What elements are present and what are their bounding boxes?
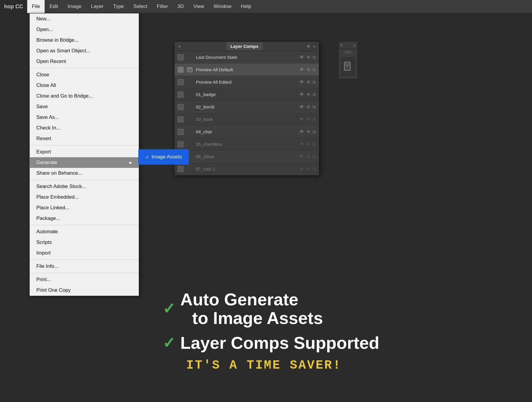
menu-item-save-as[interactable]: Save As... — [30, 112, 139, 123]
menu-image[interactable]: Image — [63, 0, 86, 13]
comp-eye-icon[interactable]: 👁 — [299, 154, 304, 159]
right-panel-header: × » — [339, 42, 357, 49]
comp-move-icon[interactable]: ✛ — [306, 116, 310, 122]
menu-view[interactable]: View — [189, 0, 209, 13]
generate-submenu: ✓ Image Assets — [138, 149, 189, 165]
comp-move-icon[interactable]: ✛ — [306, 141, 310, 147]
comp-icon-chat — [186, 129, 193, 135]
comp-checkbox-checkbox[interactable] — [178, 141, 184, 147]
comp-name-last-doc: Last Document State — [196, 55, 299, 60]
menu-item-open-recent[interactable]: Open Recent — [30, 56, 139, 67]
menu-item-check-in[interactable]: Check In... — [30, 123, 139, 133]
comp-eye-icon[interactable]: 👁 — [299, 67, 304, 72]
comp-checkbox-preview-edited[interactable] — [178, 79, 184, 85]
layer-comp-row: 02_bomb 👁 ✛ fx — [175, 101, 319, 113]
generate-label: Generate — [36, 160, 57, 166]
panel-close-button[interactable]: × — [177, 43, 182, 50]
comp-eye-icon[interactable]: 👁 — [299, 129, 304, 134]
menu-item-close-all[interactable]: Close All — [30, 80, 139, 91]
comp-eye-icon[interactable]: 👁 — [299, 80, 304, 85]
comp-controls-bomb: 👁 ✛ fx — [299, 104, 316, 110]
comp-move-icon[interactable]: ✛ — [306, 129, 310, 134]
menu-item-export[interactable]: Export — [30, 147, 139, 157]
comp-name-preview-edited: Preview All Edited — [196, 80, 299, 85]
comp-fx-label: fx — [313, 105, 316, 109]
submenu-image-assets[interactable]: ✓ Image Assets — [139, 151, 188, 163]
menu-item-place-linked[interactable]: Place Linked... — [30, 202, 139, 213]
menu-help[interactable]: Help — [236, 0, 256, 13]
comp-move-icon[interactable]: ✛ — [306, 166, 310, 172]
file-dropdown-menu: New... Open... Browse in Bridge... Open … — [30, 13, 139, 296]
comp-checkbox-coin[interactable] — [178, 166, 184, 172]
menu-select[interactable]: Select — [129, 0, 152, 13]
layer-comp-row: 01_badge 👁 ✛ fx — [175, 88, 319, 101]
menu-item-open-smart[interactable]: Open as Smart Object... — [30, 46, 139, 56]
menu-item-search-stock[interactable]: Search Adobe Stock... — [30, 181, 139, 192]
menu-item-automate[interactable]: Automate — [30, 226, 139, 237]
separator-1 — [30, 68, 139, 68]
menu-item-generate[interactable]: Generate ▶ — [30, 157, 139, 168]
menu-item-new[interactable]: New... — [30, 14, 139, 24]
menu-type[interactable]: Type — [108, 0, 129, 13]
menu-item-import[interactable]: Import — [30, 248, 139, 258]
menu-item-file-info[interactable]: File Info... — [30, 261, 139, 272]
comp-name-checkbox: 05_checkbox — [196, 142, 299, 147]
menu-filter[interactable]: Filter — [152, 0, 173, 13]
comp-move-icon[interactable]: ✛ — [306, 67, 310, 72]
comp-eye-icon[interactable]: 👁 — [299, 142, 304, 147]
comp-move-icon[interactable]: ✛ — [306, 104, 310, 110]
menu-file[interactable]: File — [27, 0, 45, 13]
comp-checkbox-chat[interactable] — [178, 129, 184, 135]
comp-eye-icon[interactable]: 👁 — [299, 104, 304, 110]
menu-item-revert[interactable]: Revert — [30, 133, 139, 144]
right-panel-close[interactable]: × — [340, 43, 343, 47]
comp-name-book: 03_book — [196, 117, 299, 122]
menu-3d[interactable]: 3D — [173, 0, 189, 13]
panel-expand-button[interactable]: » — [312, 43, 317, 50]
comp-checkbox-book[interactable] — [178, 116, 184, 122]
comp-move-icon[interactable]: ✛ — [306, 92, 310, 97]
comp-checkbox-badge[interactable] — [178, 92, 184, 98]
layer-comps-panel: × Layer Comps ≡ » Last Document State 👁 … — [174, 41, 319, 176]
menu-item-close-bridge[interactable]: Close and Go to Bridge... — [30, 91, 139, 101]
panel-menu-button[interactable]: ≡ — [307, 44, 310, 49]
right-panel-doc-icon[interactable] — [341, 57, 356, 76]
comp-eye-icon[interactable]: 👁 — [299, 92, 304, 97]
menubar: hop CC File Edit Image Layer Type Select… — [0, 0, 532, 13]
comp-fx-label: fx — [313, 55, 316, 60]
comp-icon-book — [186, 116, 193, 123]
menu-item-open[interactable]: Open... — [30, 24, 139, 35]
comp-eye-icon[interactable]: 👁 — [299, 117, 304, 122]
menu-item-close[interactable]: Close — [30, 69, 139, 80]
comp-eye-icon[interactable]: 👁 — [299, 166, 304, 172]
menu-item-place-embedded[interactable]: Place Embedded... — [30, 192, 139, 202]
menu-window[interactable]: Window — [209, 0, 236, 13]
layer-comps-tab[interactable]: Layer Comps — [226, 42, 263, 50]
submenu-arrow: ▶ — [129, 161, 132, 165]
comp-eye-icon[interactable]: 👁 — [299, 55, 304, 60]
comp-name-preview-default: Preview All Default — [196, 67, 299, 72]
menu-item-package[interactable]: Package... — [30, 213, 139, 224]
comp-checkbox-bomb[interactable] — [178, 104, 184, 110]
comp-move-icon[interactable]: ✛ — [306, 54, 310, 60]
menu-layer[interactable]: Layer — [86, 0, 108, 13]
comp-checkbox-preview-default[interactable] — [178, 67, 184, 73]
menu-item-scripts[interactable]: Scripts — [30, 237, 139, 248]
right-panel-expand[interactable]: » — [354, 43, 356, 47]
menu-item-browse-bridge[interactable]: Browse in Bridge... — [30, 35, 139, 46]
comp-checkbox-last-doc[interactable] — [178, 54, 184, 60]
comp-move-icon[interactable]: ✛ — [306, 154, 310, 159]
menu-item-share-behance[interactable]: Share on Behance... — [30, 168, 139, 179]
feature-line-1: ✓ Auto Generate to Image Assets — [163, 290, 523, 328]
comp-icon-last-doc — [186, 54, 193, 61]
menu-item-print[interactable]: Print... — [30, 274, 139, 285]
comp-controls-coin: 👁 ✛ fx — [299, 166, 316, 172]
comp-name-chat: 04_chat — [196, 129, 299, 134]
comp-fx-label: fx — [313, 117, 316, 122]
menu-item-save[interactable]: Save — [30, 101, 139, 112]
comp-move-icon[interactable]: ✛ — [306, 79, 310, 85]
menu-edit[interactable]: Edit — [45, 0, 63, 13]
comp-controls-last-doc: 👁 ✛ fx — [299, 54, 316, 60]
menu-item-print-one[interactable]: Print One Copy — [30, 285, 139, 296]
green-check-2: ✓ — [163, 334, 176, 352]
